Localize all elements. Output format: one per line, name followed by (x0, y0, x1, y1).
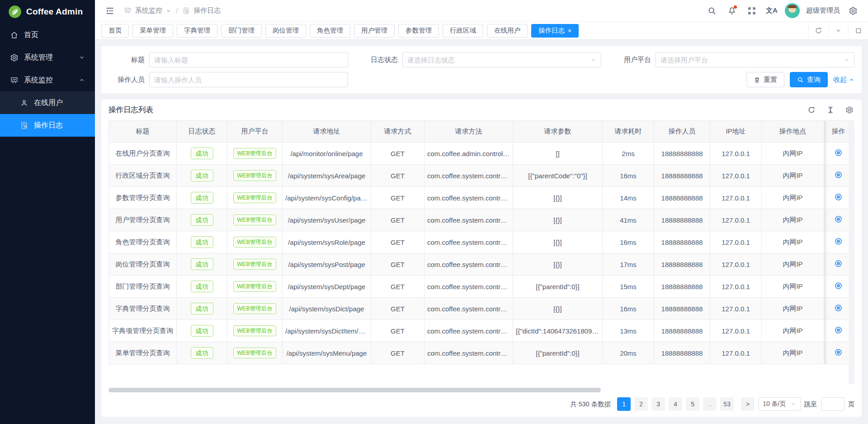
chevron-down-icon (590, 57, 596, 63)
next-page-button[interactable]: > (741, 397, 755, 411)
jump-page-input[interactable] (821, 397, 844, 411)
notification-badge (734, 5, 737, 9)
page-button-4[interactable]: 4 (669, 397, 682, 411)
operator-input[interactable] (154, 76, 343, 84)
view-detail-button[interactable] (834, 281, 843, 290)
view-detail-button[interactable] (834, 348, 843, 357)
title-input[interactable] (154, 56, 343, 64)
page-button-1[interactable]: 1 (617, 397, 631, 411)
column-header[interactable]: 请求方法 (425, 121, 513, 143)
notification-button[interactable] (725, 4, 739, 18)
cell-location: 内网IP (762, 298, 824, 320)
status-badge: 成功 (191, 214, 213, 226)
tab-8[interactable]: 行政区域 (443, 24, 483, 38)
cell-handler: com.coffee.system.controlle... (425, 209, 513, 231)
tab-0[interactable]: 首页 (101, 24, 129, 38)
query-button[interactable]: 查询 (790, 72, 828, 87)
reset-button[interactable]: 重置 (746, 72, 784, 87)
sidebar-item-operation-log[interactable]: 操作日志 (0, 114, 95, 137)
sidebar-collapse-button[interactable] (103, 4, 117, 18)
column-header[interactable]: 请求耗时 (603, 121, 654, 143)
table-row: 参数管理分页查询 成功 WEB管理后台 /api/system/sysConfi… (109, 187, 853, 209)
pagination-ellipsis: ... (703, 397, 717, 411)
view-detail-button[interactable] (834, 215, 843, 224)
cell-title: 参数管理分页查询 (109, 187, 177, 209)
tab-5[interactable]: 角色管理 (310, 24, 350, 38)
collapse-search-link[interactable]: 收起 (833, 76, 854, 84)
cell-time: 16ms (603, 231, 654, 253)
column-header[interactable]: 操作地点 (762, 121, 824, 143)
platform-badge: WEB管理后台 (233, 170, 276, 181)
search-icon (708, 6, 717, 15)
page-size-select[interactable]: 10 条/页 (758, 397, 800, 411)
search-icon (797, 76, 804, 83)
cell-ip: 127.0.0.1 (710, 165, 762, 187)
fullscreen-button[interactable] (745, 4, 759, 18)
tab-3[interactable]: 部门管理 (221, 24, 262, 38)
tab-6[interactable]: 用户管理 (354, 24, 395, 38)
column-header[interactable]: 请求地址 (283, 121, 371, 143)
page-button-3[interactable]: 3 (651, 397, 665, 411)
sidebar-item-home[interactable]: 首页 (0, 24, 95, 46)
column-header[interactable]: 操作人员 (654, 121, 710, 143)
tab-2[interactable]: 字典管理 (177, 24, 217, 38)
user-platform-select[interactable] (656, 52, 854, 67)
column-header[interactable]: 用户平台 (227, 121, 283, 143)
column-header[interactable]: 标题 (109, 121, 177, 143)
cell-params: [{}] (513, 209, 603, 231)
status-badge: 成功 (191, 148, 213, 159)
tabs-refresh-button[interactable] (808, 22, 828, 40)
page-button-5[interactable]: 5 (686, 397, 699, 411)
tab-bar: 首页菜单管理字典管理部门管理岗位管理角色管理用户管理参数管理行政区域在线用户操作… (95, 22, 868, 40)
view-detail-eye-icon (834, 193, 843, 201)
view-detail-eye-icon (834, 348, 843, 357)
breadcrumb: 系统监控 / 操作日志 (124, 6, 221, 15)
cell-title: 在线用户分页查询 (109, 143, 177, 165)
table-refresh-button[interactable] (807, 105, 816, 115)
search-button[interactable] (705, 4, 719, 18)
sidebar-item-online-users[interactable]: 在线用户 (0, 91, 95, 114)
cell-request-method: GET (371, 298, 425, 320)
tab-1[interactable]: 菜单管理 (132, 24, 173, 38)
view-detail-button[interactable] (834, 237, 843, 246)
tabs-menu-button[interactable] (828, 22, 848, 40)
language-switch-button[interactable]: 文A (765, 4, 778, 18)
tab-10[interactable]: 操作日志× (531, 24, 579, 38)
column-header[interactable]: IP地址 (710, 121, 762, 143)
view-detail-button[interactable] (834, 259, 843, 268)
cell-params: [] (513, 143, 603, 165)
tab-9[interactable]: 在线用户 (487, 24, 528, 38)
cell-params: [{"parentId":0}] (513, 342, 603, 364)
tab-close-icon[interactable]: × (568, 28, 571, 34)
view-detail-button[interactable] (834, 304, 843, 312)
cell-operator: 18888888888 (654, 231, 710, 253)
horizontal-scrollbar-thumb[interactable] (108, 388, 601, 392)
view-detail-button[interactable] (834, 148, 843, 157)
page-button-53[interactable]: 53 (720, 397, 734, 411)
content-fullscreen-button[interactable] (848, 22, 868, 40)
cell-request-url: /api/system/sysMenu/page (283, 342, 371, 364)
sidebar-item-system-management[interactable]: 系统管理 (0, 46, 95, 69)
sidebar-item-system-monitor[interactable]: 系统监控 (0, 69, 95, 91)
cell-time: 16ms (603, 165, 654, 187)
row-height-button[interactable] (826, 105, 835, 115)
column-header[interactable]: 请求方式 (371, 121, 425, 143)
breadcrumb-item[interactable]: 系统监控 (135, 6, 162, 15)
page-button-2[interactable]: 2 (634, 397, 648, 411)
view-detail-button[interactable] (834, 171, 843, 179)
column-header[interactable]: 请求参数 (513, 121, 603, 143)
username[interactable]: 超级管理员 (806, 6, 840, 15)
column-settings-button[interactable] (844, 105, 854, 115)
tab-7[interactable]: 参数管理 (398, 24, 439, 38)
avatar[interactable] (785, 3, 800, 18)
cell-time: 16ms (603, 298, 654, 320)
tab-4[interactable]: 岗位管理 (265, 24, 306, 38)
cell-operator: 18888888888 (654, 342, 710, 364)
settings-button[interactable] (846, 4, 860, 18)
leaf-logo-icon (8, 5, 22, 19)
column-header[interactable]: 日志状态 (177, 121, 227, 143)
log-status-select[interactable] (402, 52, 601, 67)
view-detail-button[interactable] (834, 326, 843, 334)
view-detail-button[interactable] (834, 193, 843, 201)
vertical-scrollbar-track[interactable] (849, 120, 854, 384)
